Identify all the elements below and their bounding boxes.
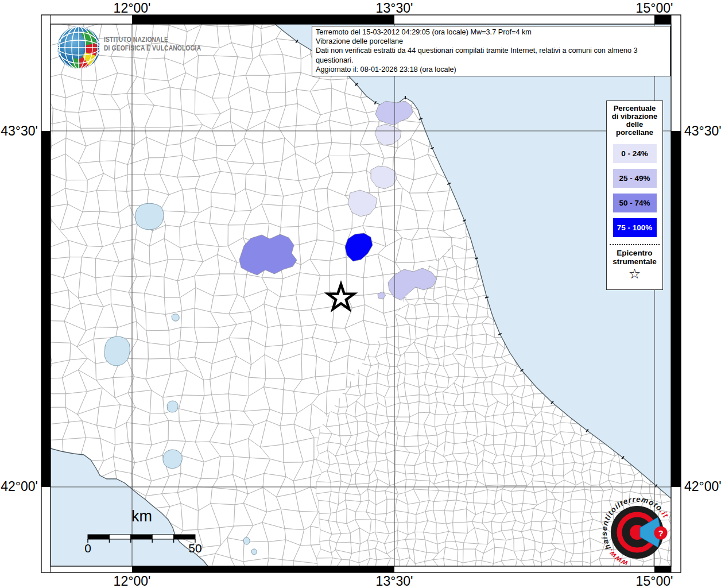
legend-class-0-24: 0 - 24% (613, 144, 657, 163)
scale-bar-segment (131, 535, 152, 539)
right-label-42-00: 42°00' (684, 479, 721, 494)
ingv-wordmark: ISTITUTO NAZIONALE DI GEOFISICA E VULCAN… (104, 36, 201, 53)
event-effect-line: Vibrazione delle porcellane (316, 37, 666, 46)
legend-divider (610, 244, 660, 245)
left-label-43-30: 43°30' (0, 123, 38, 139)
event-updated-line: Aggiornato il: 08-01-2026 23:18 (ora loc… (316, 65, 666, 74)
scale-bar-segment (174, 535, 195, 539)
star-outline-icon: ☆ (607, 266, 662, 281)
bottom-label-12-00: 12°00' (100, 574, 164, 588)
map-canvas: ? www.haisentitoilterremoto.it (0, 0, 721, 588)
question-badge-glyph: ? (658, 528, 663, 538)
ingv-globe-logo (57, 26, 100, 69)
earthquake-intensity-map-page: ? www.haisentitoilterremoto.it (0, 0, 721, 588)
legend-class-50-74: 50 - 74% (613, 194, 657, 212)
legend-class-75-100: 75 - 100% (613, 218, 657, 237)
event-info-box: Terremoto del 15-03-2012 04:29:05 (ora l… (312, 26, 670, 76)
left-label-42-00: 42°00' (0, 479, 38, 494)
scale-bar-segment (152, 535, 173, 539)
scale-start-label: 0 (76, 541, 99, 555)
lake (135, 203, 164, 230)
top-label-12-00: 12°00' (100, 1, 164, 16)
legend: Percentuale di vibrazione delle porcella… (606, 100, 663, 290)
bottom-label-15-00: 15°00' (623, 574, 686, 588)
ingv-name-line2: DI GEOFISICA E VULCANOLOGIA (104, 44, 201, 53)
lake (167, 401, 178, 412)
legend-class-25-49: 25 - 49% (613, 169, 657, 188)
event-summary-line: Terremoto del 15-03-2012 04:29:05 (ora l… (316, 28, 666, 37)
top-label-13-30: 13°30' (363, 1, 426, 16)
bottom-label-13-30: 13°30' (363, 574, 426, 588)
right-label-43-30: 43°30' (684, 123, 721, 139)
lake (104, 336, 130, 366)
lake (163, 450, 183, 469)
event-data-source-line: Dati non verificati estratti da 44 quest… (316, 46, 666, 64)
ingv-name-line1: ISTITUTO NAZIONALE (104, 36, 201, 44)
lake (172, 314, 179, 321)
lake (251, 549, 257, 555)
legend-epicenter-title: Epicentro strumentale (607, 249, 662, 266)
scale-bar-segment (88, 535, 109, 539)
scale-bar-segment (109, 535, 130, 539)
scale-unit-label: km (113, 508, 170, 525)
lake (243, 537, 250, 544)
map-area: ? www.haisentitoilterremoto.it (26, 3, 720, 588)
legend-title: Percentuale di vibrazione delle porcella… (607, 105, 662, 137)
scale-end-label: 50 (184, 541, 207, 555)
top-label-15-00: 15°00' (623, 1, 686, 16)
